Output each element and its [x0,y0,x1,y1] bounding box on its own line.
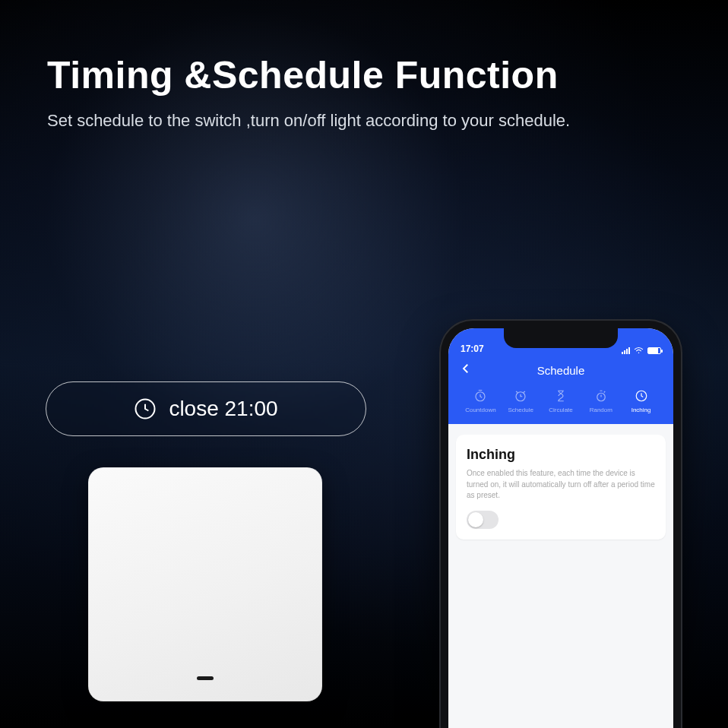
wall-switch [88,467,322,701]
tab-circulate[interactable]: Circulate [541,389,581,413]
countdown-icon [473,389,487,403]
hourglass-icon [554,389,568,403]
tab-label: Inching [631,407,651,413]
clock-icon [635,389,648,403]
alarm-icon [514,389,527,403]
stopwatch-icon [594,389,608,403]
clock-icon [134,397,157,420]
page-subtitle: Set schedule to the switch ,turn on/off … [47,111,698,131]
tab-label: Countdown [465,407,495,413]
tab-random[interactable]: Random [581,389,621,413]
page-title: Timing &Schedule Function [47,53,698,97]
signal-icon [622,347,630,354]
header-title: Schedule [537,364,585,377]
inching-toggle[interactable] [467,511,499,529]
tab-label: Random [590,407,612,413]
tab-label: Schedule [508,407,533,413]
tab-countdown[interactable]: Countdown [461,389,501,413]
wifi-icon [634,347,644,354]
card-title: Inching [467,447,655,463]
phone-notch [504,328,618,348]
schedule-pill-text: close 21:00 [169,397,277,421]
phone-screen: 17:07 Schedule Countdown [448,328,673,728]
status-time: 17:07 [461,343,484,354]
phone-mockup: 17:07 Schedule Countdown [439,319,682,728]
content-area: Inching Once enabled this feature, each … [448,424,673,728]
headline-block: Timing &Schedule Function Set schedule t… [47,53,698,131]
inching-card: Inching Once enabled this feature, each … [456,435,666,540]
back-icon[interactable] [459,362,473,375]
tab-label: Circulate [549,407,573,413]
schedule-pill: close 21:00 [46,381,366,436]
switch-led-indicator [197,676,214,680]
svg-point-1 [638,352,640,353]
tab-schedule[interactable]: Schedule [501,389,541,413]
card-description: Once enabled this feature, each time the… [467,468,655,502]
app-header: Schedule Countdown Schedule Circulate R [448,356,673,424]
battery-icon [647,347,661,354]
tab-inching[interactable]: Inching [621,389,661,413]
tab-bar: Countdown Schedule Circulate Random Inch… [457,389,664,413]
